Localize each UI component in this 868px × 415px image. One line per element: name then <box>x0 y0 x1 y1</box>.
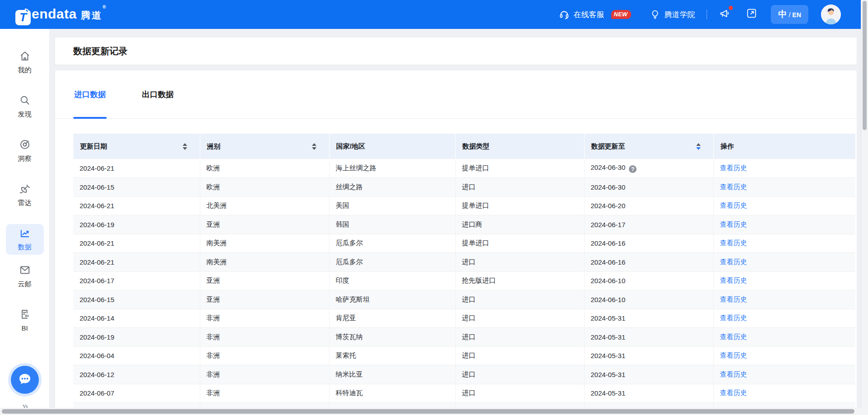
region-cell: 韩国 <box>329 215 455 234</box>
action-cell: 查看历史 <box>713 196 855 215</box>
region-cell: 海上丝绸之路 <box>329 159 455 178</box>
updated-to-cell: 2024-06-30? <box>584 159 713 178</box>
language-toggle[interactable]: 中 / EN <box>771 5 808 24</box>
sort-control-continent[interactable] <box>312 143 316 150</box>
sidebar-item-insight[interactable]: 洞察 <box>6 135 44 166</box>
new-badge: NEW <box>611 10 632 19</box>
help-icon[interactable]: ? <box>629 165 637 173</box>
data-records-card: 进口数据 出口数据 更新日期 洲别 国家/地区 <box>55 70 857 415</box>
megaphone-icon <box>719 8 731 22</box>
region-cell: 哈萨克斯坦 <box>329 290 455 309</box>
table-row: 2024-06-21南美洲厄瓜多尔提单进口2024-06-16查看历史 <box>73 234 855 253</box>
online-service-button[interactable]: 在线客服 NEW <box>559 9 632 20</box>
data-type-cell: 进口 <box>455 253 584 272</box>
table-row: 2024-06-21北美洲美国提单进口2024-06-20查看历史 <box>73 196 855 215</box>
top-nav: 在线客服 NEW 腾道学院 <box>559 5 841 24</box>
chat-fab-button[interactable] <box>11 366 39 394</box>
update-date-cell: 2024-06-19 <box>73 328 200 347</box>
tab-bar: 进口数据 出口数据 <box>55 70 857 119</box>
user-avatar[interactable] <box>821 5 841 24</box>
table-row: 2024-06-04非洲莱索托进口2024-05-31查看历史 <box>73 346 855 365</box>
view-history-link[interactable]: 查看历史 <box>720 164 747 172</box>
table-row: 2024-06-14非洲肯尼亚进口2024-05-31查看历史 <box>73 309 855 328</box>
col-update-date[interactable]: 更新日期 <box>73 134 200 159</box>
data-type-cell: 进口 <box>455 365 584 384</box>
action-cell: 查看历史 <box>713 253 855 272</box>
sidebar-item-bi[interactable]: BI BI <box>6 305 44 335</box>
logo-text-cn: 腾道® <box>81 9 107 22</box>
tendata-logo[interactable]: T endata 腾道® <box>15 6 107 23</box>
view-history-link[interactable]: 查看历史 <box>720 258 747 266</box>
continent-cell: 北美洲 <box>200 196 329 215</box>
view-history-link[interactable]: 查看历史 <box>720 389 747 396</box>
academy-button[interactable]: 腾道学院 <box>650 9 695 20</box>
page-title-card: 数据更新记录 <box>55 37 857 65</box>
sidebar-item-data[interactable]: 数据 <box>6 224 44 255</box>
view-history-link[interactable]: 查看历史 <box>720 370 747 378</box>
bi-icon: BI <box>19 308 31 322</box>
region-cell: 肯尼亚 <box>329 309 455 328</box>
sort-control-updated-to[interactable] <box>696 143 701 150</box>
update-date-cell: 2024-06-21 <box>73 196 200 215</box>
table-row: 2024-06-12非洲纳米比亚进口2024-05-31查看历史 <box>73 365 855 384</box>
continent-cell: 非洲 <box>200 384 329 403</box>
view-history-link[interactable]: 查看历史 <box>720 276 747 284</box>
chat-bubble-icon <box>17 371 33 389</box>
view-history-link[interactable]: 查看历史 <box>720 333 747 340</box>
vertical-scrollbar[interactable] <box>861 0 868 408</box>
view-history-link[interactable]: 查看历史 <box>720 183 747 191</box>
col-continent[interactable]: 洲别 <box>200 134 329 159</box>
table-row: 2024-06-15欧洲丝绸之路进口2024-06-30查看历史 <box>73 178 855 197</box>
action-cell: 查看历史 <box>713 346 855 365</box>
data-type-cell: 进口 <box>455 178 584 197</box>
update-date-cell: 2024-06-17 <box>73 271 200 290</box>
data-type-cell: 抢先版进口 <box>455 271 584 290</box>
view-history-link[interactable]: 查看历史 <box>720 239 747 247</box>
view-history-link[interactable]: 查看历史 <box>720 295 747 303</box>
data-type-cell: 进口 <box>455 290 584 309</box>
table-row: 2024-06-07非洲科特迪瓦进口2024-05-31查看历史 <box>73 384 855 403</box>
col-updated-to[interactable]: 数据更新至 <box>584 134 713 159</box>
continent-cell: 非洲 <box>200 346 329 365</box>
vertical-scrollbar-thumb[interactable] <box>863 1 867 130</box>
table-header-row: 更新日期 洲别 国家/地区 数据类型 数据更新至 操 <box>73 134 855 159</box>
action-cell: 查看历史 <box>713 328 855 347</box>
expand-icon <box>746 8 757 21</box>
updated-to-cell: 2024-05-31 <box>584 346 713 365</box>
sort-control-update-date[interactable] <box>183 143 187 150</box>
horizontal-scrollbar[interactable] <box>0 408 861 415</box>
update-date-cell: 2024-06-04 <box>73 346 200 365</box>
headset-icon <box>559 9 570 20</box>
sidebar-item-discover[interactable]: 发现 <box>6 91 44 122</box>
fullscreen-button[interactable] <box>746 8 757 21</box>
continent-cell: 南美洲 <box>200 253 329 272</box>
update-date-cell: 2024-06-21 <box>73 159 200 178</box>
continent-cell: 非洲 <box>200 328 329 347</box>
table-row: 2024-06-19亚洲韩国进口商2024-06-17查看历史 <box>73 215 855 234</box>
tab-export-data[interactable]: 出口数据 <box>141 70 175 118</box>
sidebar: 我的 发现 洞察 雷达 <box>0 29 50 415</box>
sidebar-item-cloudmail[interactable]: 云邮 <box>6 261 44 292</box>
sidebar-item-mine[interactable]: 我的 <box>6 47 44 78</box>
announcement-button[interactable] <box>719 8 731 22</box>
search-icon <box>19 94 31 107</box>
view-history-link[interactable]: 查看历史 <box>720 314 747 322</box>
region-cell: 厄瓜多尔 <box>329 234 455 253</box>
region-cell: 博茨瓦纳 <box>329 328 455 347</box>
region-cell: 印度 <box>329 271 455 290</box>
region-cell: 美国 <box>329 196 455 215</box>
tab-import-data[interactable]: 进口数据 <box>73 70 107 118</box>
table-row: 2024-06-17亚洲印度抢先版进口2024-06-10查看历史 <box>73 271 855 290</box>
region-cell: 科特迪瓦 <box>329 384 455 403</box>
sidebar-item-radar[interactable]: 雷达 <box>6 180 44 210</box>
horizontal-scrollbar-thumb[interactable] <box>2 409 854 414</box>
update-date-cell: 2024-06-21 <box>73 253 200 272</box>
updated-to-cell: 2024-06-20 <box>584 196 713 215</box>
view-history-link[interactable]: 查看历史 <box>720 220 747 228</box>
region-cell: 丝绸之路 <box>329 178 455 197</box>
data-type-cell: 进口商 <box>455 215 584 234</box>
data-type-cell: 进口 <box>455 309 584 328</box>
col-action: 操作 <box>713 134 855 159</box>
view-history-link[interactable]: 查看历史 <box>720 201 747 209</box>
view-history-link[interactable]: 查看历史 <box>720 351 747 359</box>
